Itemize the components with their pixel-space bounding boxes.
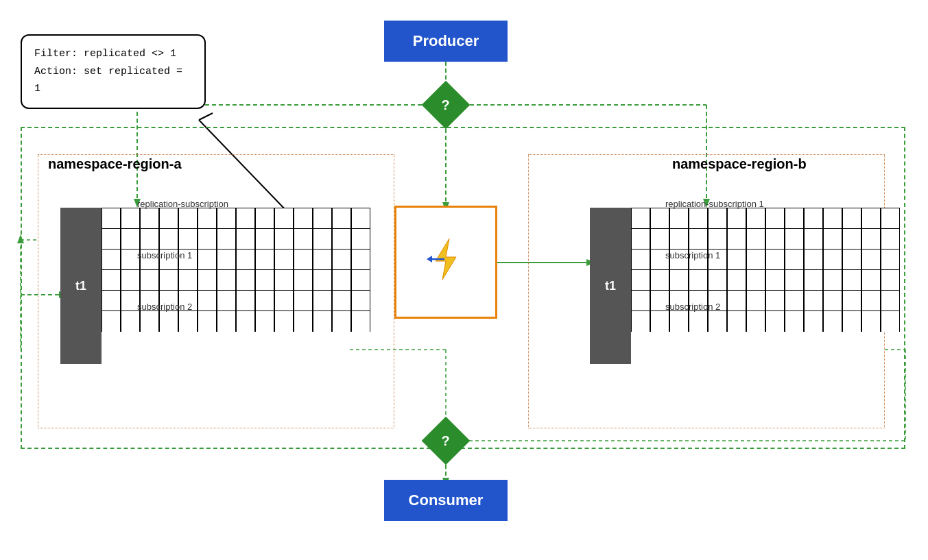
annotation-box: Filter: replicated <> 1 Action: set repl… [21, 34, 206, 109]
sub-label-b-sub2: subscription 2 [665, 302, 720, 312]
partition-row-a-4 [102, 269, 370, 290]
region-b-label: namespace-region-b [672, 156, 807, 172]
topic-block-b: t1 [590, 208, 900, 364]
diamond-top-label: ? [442, 97, 450, 113]
diagram: Filter: replicated <> 1 Action: set repl… [0, 0, 928, 560]
topic-block-a: t1 [60, 208, 370, 364]
sub-label-b-sub1: subscription 1 [665, 250, 720, 260]
region-a-label: namespace-region-a [48, 156, 182, 172]
topic-header-b: t1 [590, 208, 631, 364]
annotation-line2: Action: set replicated = 1 [34, 63, 192, 98]
partition-row-a-1 [102, 208, 370, 228]
sub-label-a-sub2: subscription 2 [137, 302, 192, 312]
consumer-box: Consumer [384, 480, 508, 521]
partition-row-b-2 [631, 228, 900, 249]
sub-label-a-sub1: subscription 1 [137, 250, 192, 260]
partition-row-a-6 [102, 311, 370, 331]
partition-row-b-1 [631, 208, 900, 228]
sub-label-a-replication: replication-subscription [137, 199, 228, 209]
sub-label-b-replication: replication-subscription 1 [665, 199, 764, 209]
lightning-icon [425, 235, 466, 283]
function-icon [425, 235, 466, 290]
partition-row-a-2 [102, 228, 370, 249]
partition-row-b-4 [631, 269, 900, 290]
partition-row-b-6 [631, 311, 900, 331]
producer-box: Producer [384, 21, 508, 62]
diamond-bottom-label: ? [442, 433, 450, 449]
diamond-top: ? [422, 81, 471, 130]
partitions-col-b [631, 208, 900, 364]
function-box [394, 206, 497, 319]
producer-label: Producer [413, 32, 479, 50]
annotation-line1: Filter: replicated <> 1 [34, 45, 192, 63]
svg-marker-29 [427, 256, 432, 263]
partitions-col-a [102, 208, 370, 364]
consumer-label: Consumer [409, 491, 484, 509]
svg-line-23 [199, 113, 213, 120]
topic-header-a: t1 [60, 208, 102, 364]
